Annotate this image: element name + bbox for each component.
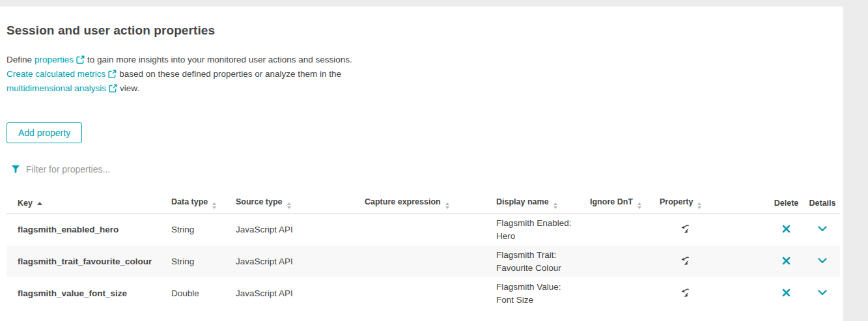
property-key: flagsmith_enabled_hero: [7, 214, 171, 245]
property-source-type: JavaScript API: [236, 277, 365, 309]
property-type-cell: [660, 214, 768, 245]
page-title: Session and user action properties: [7, 23, 837, 38]
properties-table: Key Data type Source type Capture expres…: [7, 193, 840, 309]
settings-card: Session and user action properties Defin…: [0, 7, 843, 321]
sort-icon: [637, 202, 641, 209]
external-link-icon: [76, 55, 85, 64]
property-source-type: JavaScript API: [236, 214, 365, 245]
column-header-source-type[interactable]: Source type: [236, 193, 365, 214]
property-capture-expression: [365, 245, 496, 277]
user-action-property-icon: [679, 255, 690, 266]
column-header-capture-expression[interactable]: Capture expression: [365, 193, 496, 214]
details-cell: [805, 214, 840, 245]
user-action-property-icon: [679, 287, 690, 298]
multidimensional-analysis-link[interactable]: multidimensional analysis: [7, 83, 117, 93]
property-key: flagsmith_trait_favourite_colour: [7, 245, 171, 277]
intro-line1-pre: Define: [7, 55, 32, 64]
property-data-type: String: [171, 245, 236, 277]
filter-properties-input[interactable]: [26, 164, 300, 174]
property-ignore-dnt: [590, 214, 660, 245]
column-header-property[interactable]: Property: [660, 193, 768, 214]
sort-icon: [287, 202, 291, 209]
table-row: flagsmith_trait_favourite_colour String …: [7, 245, 840, 277]
column-header-ignore-dnt[interactable]: Ignore DnT: [590, 193, 660, 214]
table-row: flagsmith_value_font_size Double JavaScr…: [7, 277, 840, 309]
intro-text: Define properties to gain more insights …: [7, 52, 837, 95]
add-property-button[interactable]: Add property: [7, 122, 82, 143]
column-header-key[interactable]: Key: [7, 193, 171, 214]
user-action-property-icon: [679, 223, 690, 234]
property-capture-expression: [365, 277, 496, 309]
external-link-icon: [109, 84, 117, 92]
property-data-type: Double: [171, 277, 236, 309]
create-calculated-metrics-link[interactable]: Create calculated metrics: [7, 69, 117, 79]
property-key: flagsmith_value_font_size: [7, 277, 171, 309]
column-header-details: Details: [805, 193, 840, 214]
external-link-icon: [108, 70, 117, 78]
delete-icon[interactable]: [782, 225, 791, 233]
property-display-name: Flagsmith Value: Font Size: [496, 277, 590, 309]
property-source-type: JavaScript API: [236, 245, 365, 277]
property-display-name: Flagsmith Trait: Favourite Colour: [496, 245, 590, 277]
sort-ascending-icon: [37, 202, 42, 205]
table-header-row: Key Data type Source type Capture expres…: [7, 193, 840, 214]
table-row: flagsmith_enabled_hero String JavaScript…: [7, 214, 840, 245]
intro-line2-post: based on these defined properties or ana…: [119, 69, 341, 79]
chevron-down-icon[interactable]: [817, 257, 828, 264]
filter-bar: [11, 163, 837, 176]
property-capture-expression: [365, 214, 496, 245]
details-cell: [805, 245, 840, 277]
chevron-down-icon[interactable]: [817, 225, 828, 232]
delete-icon[interactable]: [782, 257, 791, 265]
delete-cell: [768, 214, 805, 245]
delete-cell: [768, 277, 805, 309]
filter-funnel-icon: [11, 165, 20, 174]
delete-icon[interactable]: [782, 288, 791, 297]
sort-icon: [445, 202, 449, 209]
property-display-name: Flagsmith Enabled: Hero: [496, 214, 590, 245]
sort-icon: [212, 202, 216, 209]
column-header-data-type[interactable]: Data type: [171, 193, 236, 214]
delete-cell: [768, 245, 805, 277]
sort-icon: [553, 202, 557, 209]
property-data-type: String: [171, 214, 236, 245]
properties-link[interactable]: properties: [35, 55, 85, 64]
details-cell: [805, 277, 840, 309]
property-ignore-dnt: [590, 277, 660, 309]
property-type-cell: [660, 245, 768, 277]
property-type-cell: [660, 277, 768, 309]
property-ignore-dnt: [590, 245, 660, 277]
column-header-display-name[interactable]: Display name: [496, 193, 590, 214]
intro-line1-post: to gain more insights into your monitore…: [87, 55, 352, 64]
chevron-down-icon[interactable]: [817, 289, 828, 296]
intro-line3-post: view.: [120, 83, 139, 93]
sort-icon: [697, 202, 701, 209]
column-header-delete: Delete: [768, 193, 805, 214]
